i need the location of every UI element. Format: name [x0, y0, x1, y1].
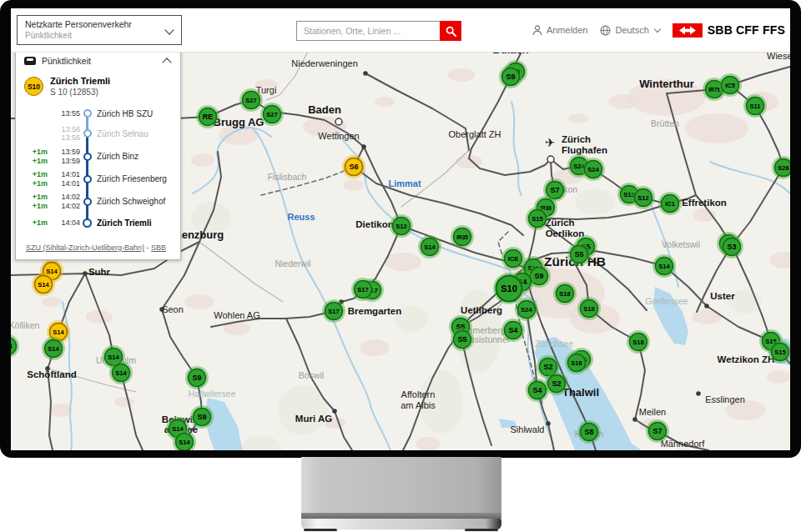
- svg-text:S8: S8: [11, 342, 13, 350]
- operator-link[interactable]: SZU (Sihltal-Zürich-Uetliberg-Bahn): [26, 243, 144, 252]
- line-badge-S14[interactable]: S14: [32, 273, 55, 296]
- line-badge-S6[interactable]: S6: [342, 155, 365, 178]
- page: BülachNiederweningenTurgiBadenBrugg AGWe…: [0, 0, 801, 532]
- svg-text:S24: S24: [521, 306, 532, 314]
- station-dot: [361, 144, 366, 149]
- login-button[interactable]: Anmelden: [532, 25, 588, 36]
- stop-time: 14:0214:02: [50, 193, 80, 210]
- line-badge-S26[interactable]: S26: [772, 156, 790, 179]
- svg-text:S14: S14: [53, 329, 64, 336]
- line-badge-S8[interactable]: S8: [11, 334, 19, 358]
- map-label: Wohlen AG: [214, 310, 259, 320]
- svg-text:S17: S17: [357, 286, 368, 294]
- station-dot: [696, 391, 701, 396]
- svg-text:S14: S14: [115, 369, 127, 377]
- station-dot: [83, 271, 88, 276]
- line-badge-S8[interactable]: S8: [577, 420, 601, 444]
- line-badge-S15[interactable]: S15: [526, 207, 549, 230]
- line-badge-selected: S10: [24, 77, 43, 96]
- svg-text:S14: S14: [658, 263, 670, 270]
- layer-dropdown-title: Netzkarte Personenverkehr: [25, 19, 163, 29]
- line-badge-S27[interactable]: S27: [260, 103, 284, 126]
- map-label: Brütten: [651, 118, 679, 128]
- language-label: Deutsch: [615, 25, 648, 35]
- map-label: Dietikon: [355, 219, 393, 229]
- station-dot: [363, 71, 368, 76]
- svg-text:S7: S7: [652, 427, 662, 435]
- stop-name: Zürich Selnau: [97, 129, 149, 138]
- map-label: Baden: [308, 103, 341, 116]
- layer-dropdown[interactable]: Netzkarte Personenverkehr Pünktlichkeit: [17, 15, 182, 45]
- stop-row: +1m+1m14:0114:01Zürich Friesenberg: [26, 168, 180, 190]
- line-badge-S14[interactable]: S14: [652, 254, 676, 278]
- svg-text:S5: S5: [457, 335, 466, 344]
- svg-text:S9: S9: [534, 272, 543, 280]
- map-label: Boswil: [299, 370, 324, 380]
- map-label: ✈: [545, 136, 555, 149]
- map-label: Zürich: [562, 134, 591, 144]
- line-badge-S5[interactable]: S5: [451, 328, 474, 351]
- line-badge-S9[interactable]: S9: [499, 65, 522, 88]
- svg-text:S10: S10: [501, 284, 517, 294]
- svg-text:S7: S7: [550, 186, 559, 194]
- station-dot: [704, 304, 709, 309]
- line-badge-S10[interactable]: S10: [493, 273, 525, 304]
- footer-separator: -: [144, 243, 151, 252]
- line-badge-S14[interactable]: S14: [418, 235, 441, 258]
- train-destination: Zürich Triemli: [50, 76, 110, 86]
- map-label: Zürich: [545, 218, 574, 228]
- line-badge-S12[interactable]: S12: [390, 214, 413, 238]
- line-badge-S16[interactable]: S16: [565, 351, 588, 374]
- line-badge-S17[interactable]: S17: [322, 299, 345, 323]
- line-badge-S7[interactable]: S7: [646, 419, 669, 443]
- station-circle: [547, 156, 554, 163]
- line-badge-IC1[interactable]: IC1: [658, 192, 682, 215]
- map-label: Muri AG: [295, 414, 332, 424]
- line-badge-S11[interactable]: S11: [743, 94, 767, 118]
- line-badge-S4[interactable]: S4: [526, 379, 549, 402]
- line-badge-RE[interactable]: RE: [196, 105, 219, 128]
- line-badge-S12[interactable]: S12: [632, 186, 655, 209]
- line-badge-S18[interactable]: S18: [627, 330, 650, 354]
- map-label: Uetliberg: [461, 305, 502, 315]
- line-badge-S9[interactable]: S9: [185, 366, 209, 389]
- map-label: Effretikon: [682, 198, 727, 208]
- line-badge-IR35[interactable]: IR35: [451, 225, 474, 248]
- line-badge-S4[interactable]: S4: [501, 319, 525, 342]
- line-badge-ICE[interactable]: ICE: [501, 247, 525, 270]
- line-badge-S18[interactable]: S18: [577, 297, 601, 320]
- line-badge-S9[interactable]: S9: [190, 405, 214, 429]
- map-label: Wiesendangen: [767, 52, 790, 61]
- line-badge-S27[interactable]: S27: [239, 88, 263, 112]
- svg-text:S5: S5: [574, 250, 583, 258]
- line-badge-S18[interactable]: S18: [553, 282, 577, 305]
- line-badge-S14[interactable]: S14: [109, 361, 133, 384]
- stop-row: +1m+1m14:0214:02Zürich Schweighof: [26, 190, 180, 213]
- stop-delay: +1m+1m: [26, 148, 48, 165]
- search-button[interactable]: [440, 21, 461, 41]
- stop-time: 13:55: [50, 109, 80, 118]
- svg-text:S15: S15: [531, 215, 542, 223]
- sbb-link[interactable]: SBB: [151, 243, 166, 252]
- line-badge-S24[interactable]: S24: [582, 158, 605, 181]
- line-badge-S5[interactable]: S5: [567, 243, 591, 266]
- stop-time: 14:04: [50, 218, 80, 228]
- line-badge-S3[interactable]: S3: [720, 235, 743, 258]
- svg-text:S8: S8: [584, 428, 593, 436]
- svg-text:S12: S12: [637, 194, 648, 202]
- svg-text:S4: S4: [508, 326, 517, 334]
- language-selector[interactable]: Deutsch: [600, 25, 659, 36]
- search-input[interactable]: [296, 21, 440, 41]
- line-badge-IC5[interactable]: IC5: [718, 73, 742, 97]
- line-badge-S14[interactable]: S14: [42, 337, 65, 360]
- map-label: Oberglatt ZH: [449, 129, 501, 139]
- svg-text:IR75: IR75: [708, 87, 720, 93]
- svg-text:S18: S18: [632, 339, 643, 346]
- line-badge-S17[interactable]: S17: [351, 278, 375, 301]
- svg-text:S14: S14: [108, 354, 119, 361]
- map-label: Flughafen: [562, 145, 607, 155]
- svg-text:S27: S27: [266, 111, 277, 118]
- map-label: Thalwil: [562, 386, 599, 399]
- map-label: Oerlikon: [546, 228, 585, 238]
- map-label: Hallwilersee: [189, 389, 236, 399]
